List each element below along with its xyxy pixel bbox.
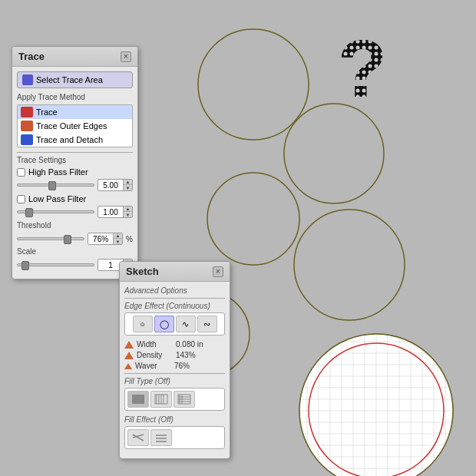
scale-label: Scale (17, 247, 133, 256)
edge-effects-row: ○ ◯ ∿ ∾ (124, 312, 225, 336)
method-detach[interactable]: Trace and Detach (18, 133, 132, 147)
trace-panel: Trace × Select Trace Area Apply Trace Me… (12, 46, 138, 279)
method-detach-label: Trace and Detach (36, 135, 103, 144)
edge-effect-4[interactable]: ∾ (197, 316, 217, 332)
width-label: Width (137, 340, 171, 349)
threshold-row: ▲ ▼ % (17, 233, 133, 245)
scale-row: ▲ ▼ (17, 259, 133, 271)
low-pass-label: Low Pass Filter (28, 194, 86, 203)
sketch-panel-body: Advanced Options Edge Effect (Continuous… (120, 282, 230, 458)
threshold-label: Threshold (17, 221, 133, 230)
waver-value: 76% (174, 362, 190, 370)
edge-effect-3[interactable]: ∿ (176, 316, 196, 332)
large-circle (296, 330, 457, 476)
density-row: Density 143% (124, 351, 225, 359)
high-pass-spinner-btns: ▲ ▼ (123, 180, 132, 190)
apply-method-label: Apply Trace Method (17, 93, 133, 101)
svg-point-3 (294, 210, 405, 320)
svg-point-0 (198, 29, 309, 140)
fill-effect-1[interactable] (127, 429, 149, 446)
low-pass-slider[interactable] (17, 210, 94, 213)
edge-effect-2[interactable]: ◯ (154, 316, 174, 332)
high-pass-checkbox[interactable] (17, 168, 25, 177)
method-trace[interactable]: Trace (18, 105, 132, 119)
fill-effect-2[interactable] (150, 429, 172, 446)
threshold-up[interactable]: ▲ (113, 233, 122, 239)
fill-crosshatch[interactable] (174, 391, 195, 408)
trace-settings-label: Trace Settings (17, 156, 133, 164)
waver-label: Waver (135, 362, 170, 370)
sketch-panel-header: Sketch × (120, 262, 230, 282)
method-trace-label: Trace (36, 107, 58, 117)
fill-hatch[interactable] (150, 391, 172, 408)
select-trace-icon (22, 74, 33, 85)
high-pass-slider-row: ▲ ▼ (17, 179, 133, 191)
width-row: Width 0.080 in (124, 340, 225, 349)
waver-icon (124, 363, 132, 369)
high-pass-slider[interactable] (17, 183, 94, 187)
threshold-spinner[interactable]: ▲ ▼ (88, 233, 123, 245)
method-outer-edges[interactable]: Trace Outer Edges (18, 119, 132, 133)
threshold-down[interactable]: ▼ (113, 239, 122, 244)
divider-1 (17, 152, 133, 153)
low-pass-row: Low Pass Filter (17, 194, 133, 203)
trace-settings: Trace Settings High Pass Filter ▲ ▼ (17, 156, 133, 271)
density-icon (124, 352, 134, 359)
svg-point-1 (284, 104, 384, 203)
high-pass-label: High Pass Filter (28, 167, 88, 177)
edge-effect-label: Edge Effect (Continuous) (124, 302, 225, 310)
select-trace-area-button[interactable]: Select Trace Area (17, 71, 133, 88)
question-mark-area: ? ? (330, 14, 434, 114)
low-pass-checkbox[interactable] (17, 195, 25, 203)
edge-effect-1[interactable]: ○ (133, 316, 153, 332)
waver-row: Waver 76% (124, 362, 225, 370)
trace-panel-header: Trace × (12, 47, 137, 67)
trace-close-button[interactable]: × (121, 51, 131, 62)
method-list: Trace Trace Outer Edges Trace and Detach (17, 104, 133, 147)
threshold-value[interactable] (88, 234, 113, 244)
outer-method-icon (21, 121, 33, 131)
high-pass-value[interactable] (98, 180, 123, 190)
threshold-slider[interactable] (17, 237, 84, 240)
fill-effect-label: Fill Effect (Off) (124, 415, 225, 424)
high-pass-row: High Pass Filter (17, 167, 133, 177)
sketch-panel-title: Sketch (126, 266, 159, 277)
threshold-thumb[interactable] (64, 235, 71, 244)
low-pass-down[interactable]: ▼ (123, 212, 132, 217)
width-value: 0.080 in (176, 340, 203, 349)
low-pass-thumb[interactable] (25, 208, 33, 217)
width-icon (124, 341, 134, 349)
sketch-divider-1 (124, 298, 225, 299)
fill-type-row (124, 388, 225, 411)
low-pass-value[interactable] (98, 207, 123, 217)
sketch-divider-2 (124, 373, 225, 374)
svg-rect-17 (132, 395, 144, 404)
pct-label: % (126, 235, 133, 243)
fill-type-label: Fill Type (Off) (124, 377, 225, 385)
high-pass-spinner[interactable]: ▲ ▼ (98, 179, 133, 191)
high-pass-down[interactable]: ▼ (123, 185, 132, 190)
sketch-close-button[interactable]: × (213, 266, 223, 277)
svg-rect-10 (330, 14, 434, 114)
low-pass-slider-row: ▲ ▼ (17, 206, 133, 218)
threshold-spinner-btns: ▲ ▼ (113, 233, 122, 244)
low-pass-spinner[interactable]: ▲ ▼ (98, 206, 133, 218)
method-outer-label: Trace Outer Edges (36, 121, 107, 131)
fill-solid[interactable] (127, 391, 149, 408)
trace-method-icon (21, 107, 33, 117)
fill-effect-row (124, 426, 225, 449)
detach-method-icon (21, 134, 33, 145)
select-trace-label: Select Trace Area (36, 75, 103, 84)
advanced-options-label: Advanced Options (124, 286, 225, 295)
density-label: Density (137, 351, 171, 359)
sketch-panel: Sketch × Advanced Options Edge Effect (C… (119, 261, 230, 459)
low-pass-spinner-btns: ▲ ▼ (123, 207, 132, 217)
trace-panel-body: Select Trace Area Apply Trace Method Tra… (12, 67, 137, 279)
scale-slider[interactable] (17, 263, 94, 266)
high-pass-thumb[interactable] (48, 181, 56, 190)
low-pass-up[interactable]: ▲ (123, 207, 132, 212)
svg-point-2 (207, 173, 299, 265)
high-pass-up[interactable]: ▲ (123, 180, 132, 185)
density-value: 143% (176, 351, 196, 359)
scale-thumb[interactable] (21, 261, 29, 270)
